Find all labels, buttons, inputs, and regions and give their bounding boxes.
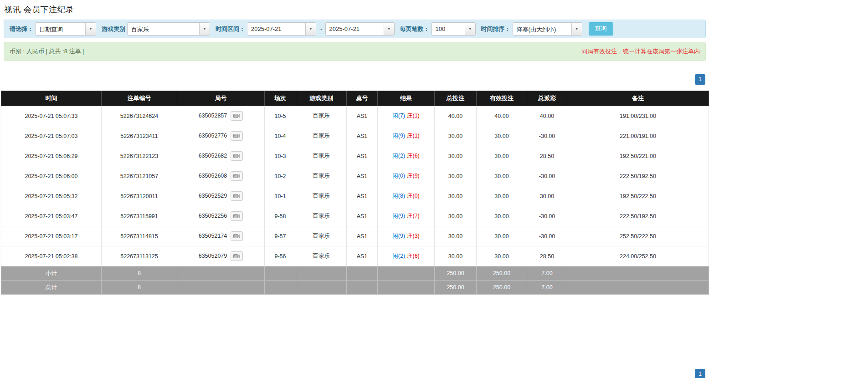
round-video-button[interactable]: [231, 191, 243, 201]
result-player: 闲(9): [392, 233, 405, 239]
cell-remark: 222.50/192.50: [567, 166, 709, 186]
cell-time: 2025-07-21 05:06:29: [1, 146, 102, 166]
round-id: 635052529: [199, 193, 227, 199]
filter-bar: 请选择： 日期查询 ▼ 游戏类别 百家乐 ▼ 时间区间： 2025-07-21 …: [4, 20, 706, 38]
date-range-label: 时间区间：: [216, 25, 245, 33]
cell-game: 百家乐: [296, 246, 347, 266]
round-id: 635052857: [199, 112, 227, 119]
cell-bet-id: 522673122123: [102, 146, 177, 166]
chevron-down-icon[interactable]: ▼: [465, 23, 475, 35]
game-type-select[interactable]: 百家乐 ▼: [127, 22, 210, 36]
empty-cell: [177, 281, 265, 295]
result-player: 闲(2): [392, 253, 405, 259]
date-from-value: 2025-07-21: [247, 23, 285, 35]
page-size-select[interactable]: 100 ▼: [431, 22, 476, 36]
video-camera-icon: [233, 174, 240, 179]
cell-round: 635052174: [177, 226, 265, 246]
cell-remark: 192.50/221.00: [567, 146, 709, 166]
empty-cell: [296, 281, 347, 295]
cell-total-bet[interactable]: 30.00: [435, 226, 477, 246]
cell-bet-id: 522673124624: [102, 106, 177, 126]
round-video-button[interactable]: [231, 171, 243, 181]
cell-result: 闲(2)庄(6): [378, 246, 435, 266]
query-type-value: 日期查询: [36, 23, 67, 35]
chevron-down-icon[interactable]: ▼: [85, 23, 96, 35]
cell-total-bet[interactable]: 30.00: [435, 206, 477, 226]
search-button[interactable]: 查询: [589, 22, 613, 35]
cell-session: 10-1: [265, 186, 296, 206]
cell-total-bet[interactable]: 30.00: [435, 126, 477, 146]
result-player: 闲(9): [392, 213, 405, 219]
round-video-button[interactable]: [231, 131, 243, 141]
chevron-down-icon[interactable]: ▼: [384, 23, 394, 35]
cell-valid-bet: 30.00: [477, 146, 527, 166]
sort-select[interactable]: 降幂(由大到小) ▼: [513, 22, 582, 36]
cell-time: 2025-07-21 05:03:17: [1, 226, 102, 246]
cell-payout: 40.00: [527, 106, 567, 126]
empty-cell: [378, 281, 435, 295]
round-video-button[interactable]: [231, 231, 243, 241]
result-banker: 庄(1): [407, 112, 420, 119]
total-label: 总计: [1, 281, 102, 295]
page-container: 视讯 会员下注纪录 请选择： 日期查询 ▼ 游戏类别 百家乐 ▼ 时间区间： 2…: [0, 0, 709, 378]
col-time: 时间: [1, 91, 102, 106]
page-size-label: 每页笔数：: [400, 25, 430, 33]
video-camera-icon: [233, 234, 240, 239]
result-player: 闲(0): [392, 173, 405, 179]
result-player: 闲(2): [392, 153, 405, 159]
round-video-button[interactable]: [231, 151, 243, 161]
round-video-button[interactable]: [231, 251, 243, 261]
table-row: 2025-07-21 05:03:17 522673114815 6350521…: [1, 226, 709, 246]
date-to-value: 2025-07-21: [326, 23, 364, 35]
table-footer: 小计 8 250.00 250.00 7.00 总计 8 25: [1, 266, 709, 295]
cell-valid-bet: 30.00: [477, 206, 527, 226]
result-banker: 庄(7): [407, 213, 420, 219]
round-video-button[interactable]: [231, 211, 243, 221]
table-header: 时间 注单编号 局号 场次 游戏类别 桌号 结果 总投注 有效投注 总派彩 备注: [1, 91, 709, 106]
cell-session: 9-57: [265, 226, 296, 246]
cell-total-bet[interactable]: 30.00: [435, 246, 477, 266]
col-session: 场次: [265, 91, 296, 106]
round-id: 635052174: [199, 233, 227, 239]
cell-game: 百家乐: [296, 166, 347, 186]
cell-table: AS1: [347, 246, 378, 266]
cell-total-bet[interactable]: 30.00: [435, 146, 477, 166]
cell-total-bet[interactable]: 40.00: [435, 106, 477, 126]
result-banker: 庄(6): [407, 253, 420, 259]
cell-session: 9-58: [265, 206, 296, 226]
round-id: 635052776: [199, 133, 227, 139]
video-camera-icon: [233, 133, 240, 138]
col-round: 局号: [177, 91, 265, 106]
cell-table: AS1: [347, 166, 378, 186]
cell-game: 百家乐: [296, 186, 347, 206]
game-type-value: 百家乐: [128, 23, 153, 35]
cell-game: 百家乐: [296, 226, 347, 246]
cell-remark: 222.50/192.50: [567, 206, 709, 226]
cell-remark: 191.00/231.00: [567, 106, 709, 126]
cell-result: 闲(8)庄(0): [378, 186, 435, 206]
date-from-select[interactable]: 2025-07-21 ▼: [247, 22, 316, 36]
query-type-select[interactable]: 日期查询 ▼: [35, 22, 96, 36]
empty-cell: [265, 266, 296, 281]
col-total-bet: 总投注: [435, 91, 477, 106]
round-video-button[interactable]: [231, 111, 243, 121]
page-number-button[interactable]: 1: [695, 369, 705, 378]
cell-table: AS1: [347, 226, 378, 246]
date-to-select[interactable]: 2025-07-21 ▼: [325, 22, 395, 36]
chevron-down-icon[interactable]: ▼: [199, 23, 210, 35]
page-number-button[interactable]: 1: [695, 74, 705, 85]
cell-round: 635052608: [177, 166, 265, 186]
cell-round: 635052256: [177, 206, 265, 226]
cell-round: 635052079: [177, 246, 265, 266]
cell-valid-bet: 30.00: [477, 226, 527, 246]
cell-total-bet[interactable]: 30.00: [435, 186, 477, 206]
currency-total-text: 币别 : 人民币 | 总共 :8 注单 |: [10, 47, 84, 56]
pagination-bottom: 1: [0, 369, 709, 378]
chevron-down-icon[interactable]: ▼: [305, 23, 316, 35]
chevron-down-icon[interactable]: ▼: [571, 23, 582, 35]
cell-game: 百家乐: [296, 126, 347, 146]
result-banker: 庄(1): [407, 133, 420, 139]
cell-payout: 30.00: [527, 186, 567, 206]
cell-total-bet[interactable]: 30.00: [435, 166, 477, 186]
cell-remark: 252.50/222.50: [567, 226, 709, 246]
